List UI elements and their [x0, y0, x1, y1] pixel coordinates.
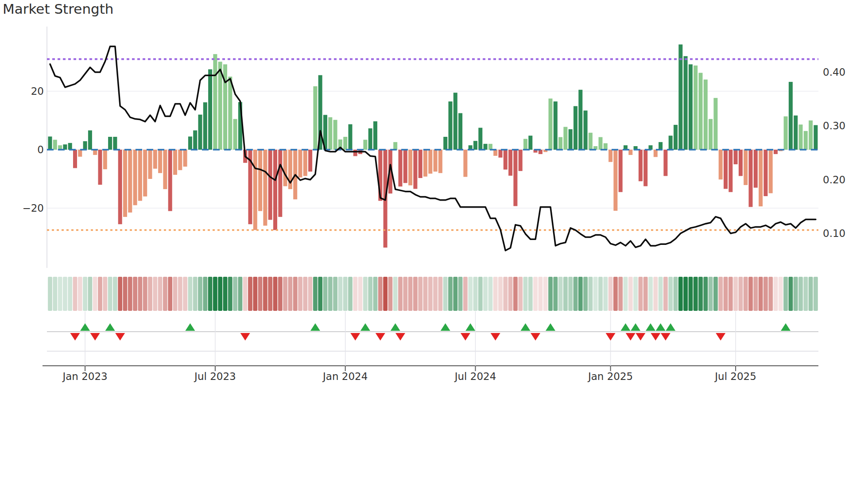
svg-text:0: 0: [37, 144, 44, 155]
svg-text:20: 20: [31, 85, 44, 97]
svg-text:Jan 2023: Jan 2023: [62, 371, 107, 382]
svg-text:0.10: 0.10: [823, 228, 845, 239]
svg-text:0.40: 0.40: [823, 66, 845, 78]
svg-text:0.30: 0.30: [823, 120, 845, 132]
svg-text:Jul 2025: Jul 2025: [714, 371, 756, 382]
svg-text:Jul 2024: Jul 2024: [454, 371, 496, 382]
market-strength-chart: Market Strength Jan 2023Jul 2023Jan 2024…: [0, 0, 868, 488]
page-title: Market Strength: [3, 1, 114, 17]
chart-canvas: Jan 2023Jul 2023Jan 2024Jul 2024Jan 2025…: [0, 0, 868, 488]
svg-text:Jan 2025: Jan 2025: [587, 371, 633, 382]
svg-text:−20: −20: [22, 202, 44, 214]
svg-text:0.20: 0.20: [823, 174, 845, 186]
svg-text:Jul 2023: Jul 2023: [194, 371, 236, 382]
svg-text:Jan 2024: Jan 2024: [322, 371, 368, 382]
